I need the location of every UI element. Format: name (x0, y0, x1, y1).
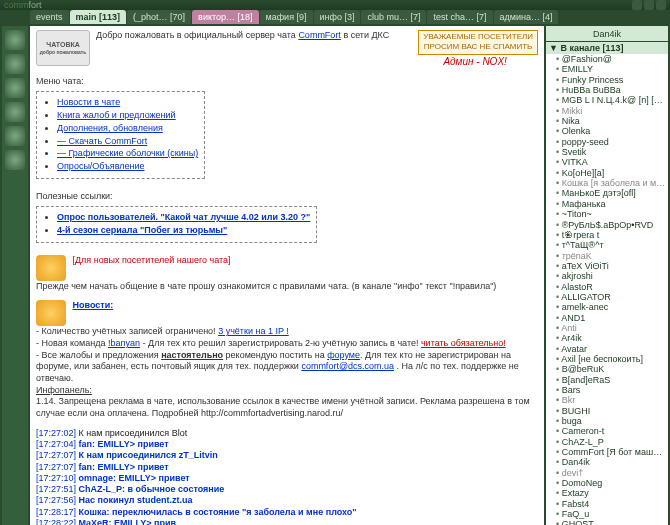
user-item[interactable]: @Fashion@ (546, 54, 668, 64)
user-panel: Dan4ik ▼ В канале [113] @Fashion@EMILLYF… (546, 26, 668, 525)
menu-link-1[interactable]: Книга жалоб и предложений (57, 110, 176, 120)
news2-link[interactable]: читать обязательно! (421, 338, 506, 348)
tab-2[interactable]: (_phot… [70] (127, 10, 191, 24)
useful-link-1[interactable]: 4-й сезон сериала "Побег из тюрьмы" (57, 225, 227, 235)
tool-settings-icon[interactable] (5, 126, 25, 146)
user-item[interactable]: CommFort [Я бот машина!] (546, 447, 668, 457)
user-item[interactable]: VITKA (546, 157, 668, 167)
user-item[interactable]: MGB L I N.Ц.4.k@ [n] [РіА эПоКа] [п м… (546, 95, 668, 105)
user-item[interactable]: GHOST (546, 519, 668, 525)
user-item[interactable]: ChAZ-L_P (546, 437, 668, 447)
menu-link-2[interactable]: Дополнения, обновления (57, 123, 163, 133)
user-item[interactable]: BUGHI (546, 406, 668, 416)
user-item[interactable]: ALLIGATOR (546, 292, 668, 302)
user-item[interactable]: Axil [не беспокоить] (546, 354, 668, 364)
user-item[interactable]: МанЬкоЕ дэтэ[ofl] (546, 188, 668, 198)
user-item[interactable]: B@beRuK (546, 364, 668, 374)
menu-link-5[interactable]: Опросы/Объявление (57, 161, 145, 171)
user-item[interactable]: Extazy (546, 488, 668, 498)
user-item[interactable]: Ar4ik (546, 333, 668, 343)
user-item[interactable]: Кошка [я заболела и мне плохо] (546, 178, 668, 188)
menu-title: Меню чата: (36, 76, 538, 88)
user-item[interactable]: EMILLY (546, 64, 668, 74)
log-line-8: [17:28:22] MaXeR: EMILLY> прив (36, 518, 538, 525)
channel-label: В канале [113] (560, 43, 623, 53)
close-button[interactable] (656, 0, 666, 10)
log-line-7: [17:28:17] Кошка: переключилась в состоя… (36, 507, 538, 518)
user-list[interactable]: ▼ В канале [113] @Fashion@EMILLYFunky Pr… (546, 42, 668, 525)
user-item[interactable]: devi† (546, 468, 668, 478)
news2a: - Новая команда (36, 338, 108, 348)
user-item[interactable]: Svetik (546, 147, 668, 157)
tab-8[interactable]: админа… [4] (494, 10, 559, 24)
user-item[interactable]: buga (546, 416, 668, 426)
user-item[interactable]: Bars (546, 385, 668, 395)
user-item[interactable]: Nika (546, 116, 668, 126)
banyan-link[interactable]: !banyan (108, 338, 140, 348)
log-line-0b: [17:27:02] К нам присоединился Blot (36, 428, 538, 439)
left-toolbar (2, 26, 28, 525)
user-item[interactable]: Ko[oHe][a] (546, 168, 668, 178)
menu-link-3[interactable]: — Скачать CommFort (57, 136, 147, 146)
tab-4[interactable]: мафия [9] (260, 10, 313, 24)
app-title-part1: comm (4, 0, 29, 10)
user-item[interactable]: ~Titon~ (546, 209, 668, 219)
news1a: - Количество учётных записей ограничено! (36, 326, 218, 336)
tool-files-icon[interactable] (5, 102, 25, 122)
tab-6[interactable]: club mu… [7] (361, 10, 426, 24)
user-item[interactable]: Mikki (546, 106, 668, 116)
log-line-6: [17:27:56] Нас покинул student.zt.ua (36, 495, 538, 506)
tool-message-icon[interactable] (5, 78, 25, 98)
tab-3[interactable]: виктор… [18] (192, 10, 258, 24)
tab-1[interactable]: main [113] (70, 10, 127, 24)
user-item[interactable]: AlastoR (546, 282, 668, 292)
user-item[interactable]: DomoNeg (546, 478, 668, 488)
tab-5[interactable]: инфо [3] (314, 10, 361, 24)
menu-link-0[interactable]: Новости в чате (57, 97, 120, 107)
maximize-button[interactable] (644, 0, 654, 10)
news1-link[interactable]: 3 учётки на 1 IP ! (218, 326, 289, 336)
tab-0[interactable]: events (30, 10, 69, 24)
tab-7[interactable]: test cha… [7] (427, 10, 492, 24)
support-email-link[interactable]: commfort@dcs.com.ua (301, 361, 394, 371)
user-item[interactable]: amelk-anec (546, 302, 668, 312)
news3c: рекомендую постить на (223, 350, 327, 360)
channel-header[interactable]: ▼ В канале [113] (546, 42, 668, 54)
user-item[interactable]: Olenka (546, 126, 668, 136)
badge-line2: ПРОСИМ ВАС НЕ СПАМИТЬ (423, 42, 533, 52)
user-item[interactable]: FaQ_u (546, 509, 668, 519)
user-item[interactable]: HuBBa BuBBa (546, 85, 668, 95)
logo-line2: добро пожаловать (40, 49, 87, 56)
user-item[interactable]: Fabst4 (546, 499, 668, 509)
user-item[interactable]: Мафанька (546, 199, 668, 209)
tool-home-icon[interactable] (5, 30, 25, 50)
user-item[interactable]: Bkr (546, 395, 668, 405)
user-item[interactable]: Cameron-t (546, 426, 668, 436)
tool-users-icon[interactable] (5, 54, 25, 74)
admin-signature: Админ - NOX! (412, 55, 538, 68)
user-item[interactable]: трёnaK (546, 251, 668, 261)
user-item[interactable]: AND1 (546, 313, 668, 323)
commfort-link[interactable]: CommFort (298, 30, 341, 40)
app-window: commfort eventsmain [113](_phot… [70]вик… (0, 0, 670, 525)
user-item[interactable]: Funky Princess (546, 75, 668, 85)
user-item[interactable]: Avatar (546, 344, 668, 354)
user-item[interactable]: akjroshi (546, 271, 668, 281)
menu-box: Новости в чатеКнига жалоб и предложенийД… (36, 91, 205, 178)
user-item[interactable]: t֎rpera t (546, 230, 668, 240)
menu-link-4[interactable]: — Графические оболочки (скины) (57, 148, 198, 158)
user-item[interactable]: ®РуБлЬ$.аВрОр•RVD (546, 220, 668, 230)
admin-notice-badge: УВАЖАЕМЫЕ ПОСЕТИТЕЛИ ПРОСИМ ВАС НЕ СПАМИ… (418, 30, 538, 55)
user-item[interactable]: B[and]eRaS (546, 375, 668, 385)
user-item[interactable]: Anti (546, 323, 668, 333)
user-item[interactable]: т^ТаЩ®^т (546, 240, 668, 250)
minimize-button[interactable] (632, 0, 642, 10)
forum-link[interactable]: форуме (327, 350, 360, 360)
user-item[interactable]: Dan4ik (546, 457, 668, 467)
tool-exit-icon[interactable] (5, 150, 25, 170)
useful-link-0[interactable]: Опрос пользователей. "Какой чат лучше 4.… (57, 212, 310, 222)
user-item[interactable]: aTeX ViΘiTi (546, 261, 668, 271)
log-line-1: [17:27:04] fan: EMILLY> привет (36, 439, 538, 450)
user-item[interactable]: poppy-seed (546, 137, 668, 147)
newbie-title: [Для новых посетителей нашего чата] (73, 255, 231, 265)
